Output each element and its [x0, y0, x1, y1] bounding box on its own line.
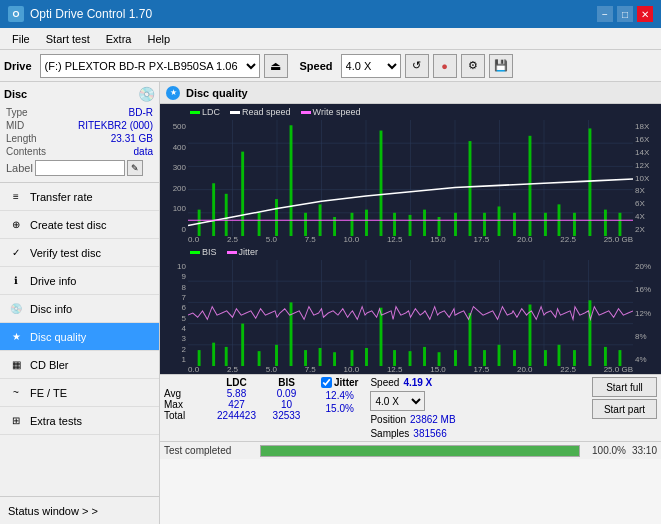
progress-fill: [261, 446, 579, 456]
y-right-14x: 14X: [633, 148, 661, 157]
menu-file[interactable]: File: [4, 31, 38, 47]
max-jitter-value: 15.0%: [321, 403, 358, 414]
save-button[interactable]: 💾: [489, 54, 513, 78]
svg-rect-26: [393, 213, 396, 236]
svg-rect-40: [604, 210, 607, 236]
avg-bis-value: 0.09: [264, 388, 309, 399]
sidebar-item-label: CD Bler: [30, 359, 69, 371]
top-chart-svg: [188, 120, 633, 236]
x-label-17: 17.5: [474, 235, 490, 244]
minimize-button[interactable]: −: [597, 6, 613, 22]
start-full-button[interactable]: Start full: [592, 377, 657, 397]
bottom-chart: BIS Jitter 10 9 8 7 6 5 4 3: [160, 244, 661, 374]
avg-jitter-value: 12.4%: [321, 390, 358, 401]
status-window-label: Status window > >: [8, 505, 98, 517]
label-input[interactable]: [35, 160, 125, 176]
sidebar-item-fe-te[interactable]: ~ FE / TE: [0, 379, 159, 407]
svg-rect-70: [423, 347, 426, 366]
fe-te-icon: ~: [8, 385, 24, 401]
close-button[interactable]: ✕: [637, 6, 653, 22]
svg-rect-20: [304, 213, 307, 236]
refresh-button[interactable]: ↺: [405, 54, 429, 78]
menu-extra[interactable]: Extra: [98, 31, 140, 47]
sidebar-item-create-test-disc[interactable]: ⊕ Create test disc: [0, 211, 159, 239]
y-bot-9: 9: [160, 272, 188, 281]
menu-help[interactable]: Help: [139, 31, 178, 47]
svg-rect-23: [351, 213, 354, 236]
sidebar-item-extra-tests[interactable]: ⊞ Extra tests: [0, 407, 159, 435]
svg-rect-36: [544, 213, 547, 236]
speed-select[interactable]: 4.0 X: [341, 54, 401, 78]
menu-start-test[interactable]: Start test: [38, 31, 98, 47]
avg-ldc-value: 5.88: [209, 388, 264, 399]
bx-label-15: 15.0: [430, 365, 446, 374]
length-label: Length: [6, 133, 37, 144]
bx-label-22: 22.5: [560, 365, 576, 374]
col-ldc: LDC: [209, 377, 264, 388]
svg-rect-56: [212, 343, 215, 366]
y-right-4pct: 4%: [633, 355, 661, 364]
stats-area: LDC BIS Avg 5.88 0.09 Max 427 10: [160, 374, 661, 441]
svg-rect-27: [409, 215, 412, 236]
svg-rect-82: [604, 347, 607, 366]
start-part-button[interactable]: Start part: [592, 399, 657, 419]
col-bis: BIS: [264, 377, 309, 388]
svg-rect-58: [241, 324, 244, 366]
sidebar-item-transfer-rate[interactable]: ≡ Transfer rate: [0, 183, 159, 211]
disc-info-icon: 💿: [8, 301, 24, 317]
y-top-100: 100: [160, 204, 188, 213]
sidebar-item-cd-bler[interactable]: ▦ CD Bler: [0, 351, 159, 379]
drive-select[interactable]: (F:) PLEXTOR BD-R PX-LB950SA 1.06: [40, 54, 260, 78]
settings-button[interactable]: ⚙: [461, 54, 485, 78]
status-window-button[interactable]: Status window > >: [0, 496, 159, 524]
sidebar: Disc 💿 Type BD-R MID RITEKBR2 (000) Leng…: [0, 82, 160, 524]
content-area: ★ Disc quality LDC Read speed: [160, 82, 661, 524]
label-label: Label: [6, 162, 33, 174]
sidebar-item-disc-quality[interactable]: ★ Disc quality: [0, 323, 159, 351]
start-buttons: Start full Start part: [592, 377, 657, 419]
sidebar-item-disc-info[interactable]: 💿 Disc info: [0, 295, 159, 323]
y-top-400: 400: [160, 143, 188, 152]
sidebar-item-label: Transfer rate: [30, 191, 93, 203]
y-right-8x: 8X: [633, 186, 661, 195]
x-label-2: 2.5: [227, 235, 238, 244]
y-bot-10: 10: [160, 262, 188, 271]
progress-bar-container: Test completed 100.0% 33:10: [160, 441, 661, 459]
label-edit-button[interactable]: ✎: [127, 160, 143, 176]
sidebar-item-label: FE / TE: [30, 387, 67, 399]
color-button[interactable]: ●: [433, 54, 457, 78]
y-top-300: 300: [160, 163, 188, 172]
svg-rect-66: [365, 348, 368, 366]
maximize-button[interactable]: □: [617, 6, 633, 22]
row-max-label: Max: [164, 399, 209, 410]
bottom-chart-svg: [188, 260, 633, 366]
speed-stat-select[interactable]: 4.0 X: [370, 391, 425, 411]
samples-label: Samples: [370, 428, 409, 439]
total-bis-value: 32533: [264, 410, 309, 421]
sidebar-item-label: Drive info: [30, 275, 76, 287]
svg-rect-14: [212, 183, 215, 236]
sidebar-item-label: Extra tests: [30, 415, 82, 427]
svg-rect-61: [290, 302, 293, 366]
y-right-8pct: 8%: [633, 332, 661, 341]
y-bot-1: 1: [160, 355, 188, 364]
total-ldc-value: 2244423: [209, 410, 264, 421]
position-value: 23862 MB: [410, 414, 456, 425]
y-bot-5: 5: [160, 314, 188, 323]
legend-bis: BIS: [202, 247, 217, 257]
sidebar-item-drive-info[interactable]: ℹ Drive info: [0, 267, 159, 295]
speed-stat-label: Speed: [370, 377, 399, 388]
jitter-checkbox[interactable]: [321, 377, 332, 388]
progress-time: 33:10: [632, 445, 657, 456]
eject-button[interactable]: ⏏: [264, 54, 288, 78]
bx-label-17: 17.5: [474, 365, 490, 374]
sidebar-item-label: Disc quality: [30, 331, 86, 343]
bx-label-25: 25.0 GB: [604, 365, 633, 374]
contents-label: Contents: [6, 146, 46, 157]
disc-section-title: Disc: [4, 88, 27, 100]
disc-panel: Disc 💿 Type BD-R MID RITEKBR2 (000) Leng…: [0, 82, 159, 183]
sidebar-item-verify-test-disc[interactable]: ✓ Verify test disc: [0, 239, 159, 267]
svg-rect-59: [258, 351, 261, 366]
svg-rect-15: [225, 194, 228, 236]
svg-rect-81: [589, 300, 592, 366]
